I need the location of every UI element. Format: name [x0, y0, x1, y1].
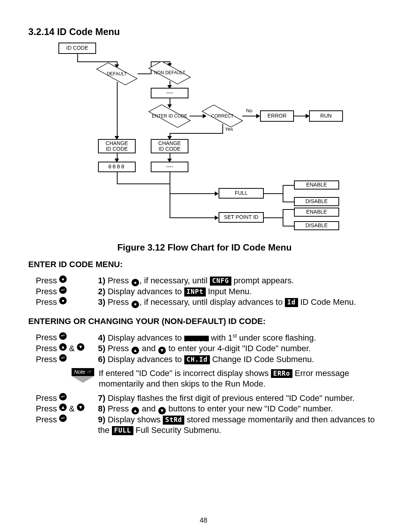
enter-icon: ↵ [59, 354, 67, 362]
step-2: Press ↵ 2) Display advances to INPt Inpu… [36, 286, 381, 297]
step-number: 8) [98, 404, 106, 413]
press-label: Press [36, 332, 57, 343]
enter-icon: ↵ [59, 286, 67, 294]
step-number: 7) [98, 393, 106, 403]
step-3: Press ● 3) Press ●, if necessary, until … [36, 297, 381, 308]
step-number: 5) [98, 344, 106, 353]
press-label: Press [36, 275, 57, 286]
down-icon: ▼ [77, 343, 84, 351]
node-run: RUN [309, 110, 343, 122]
chip-cnfg: CNFG [210, 277, 231, 286]
enter-icon: ↵ [59, 393, 67, 401]
step-4: Press ↵ 4) Display advances to ____ with… [36, 332, 381, 343]
down-icon: ▼ [158, 407, 166, 414]
press-label: Press [36, 286, 57, 297]
down-icon: ▼ [77, 404, 84, 411]
chip-inpt: INPt [184, 287, 206, 297]
step-9: Press ↵ 9) Display shows StRd stored mes… [36, 414, 381, 436]
node-correct: CORRECT [202, 107, 243, 125]
step-6: Press ↵ 6) Display advances to CH.Id Cha… [36, 354, 381, 365]
node-change2: CHANGE ID CODE [151, 139, 188, 153]
figure-caption: Figure 3.12 Flow Chart for ID Code Menu [28, 242, 381, 253]
step-number: 1) [98, 276, 106, 285]
chip-strd: StRd [163, 416, 184, 425]
note-block: Note ☞ If entered "ID Code" is incorrect… [36, 368, 381, 389]
flowchart: ID CODE DEFAULT NON DEFAULT ---- ENTER I… [43, 43, 364, 238]
node-full-disable: DISABLE [294, 197, 339, 206]
node-full: FULL [219, 188, 264, 199]
section-heading: 3.2.14 ID Code Menu [28, 26, 381, 37]
step-5: Press ▲ & ▼ 5) Press ▲ and ▼ to enter yo… [36, 343, 381, 354]
enter-icon: ↵ [59, 332, 67, 340]
edge-label-no: No [246, 108, 252, 113]
press-label: Press [36, 354, 57, 365]
section-number: 3.2.14 [28, 26, 55, 37]
press-label: Press [36, 297, 57, 307]
node-sp-disable: DISABLE [294, 221, 339, 230]
instruction-block-1: Press ● 1) Press ●, if necessary, until … [36, 275, 381, 308]
menu-icon: ● [132, 301, 139, 308]
node-dashes1: ---- [151, 88, 188, 98]
node-zeros: 0000 [98, 162, 136, 172]
node-sp-enable: ENABLE [294, 208, 339, 217]
menu-icon: ● [59, 297, 67, 304]
step-number: 4) [98, 333, 106, 342]
chip-full: FULL [112, 426, 133, 435]
press-label: Press [36, 414, 57, 425]
chip-chid: CH.Id [184, 355, 210, 364]
step-number: 6) [98, 355, 106, 364]
note-icon: Note ☞ [72, 368, 94, 383]
step-8: Press ▲ & ▼ 8) Press ▲ and ▼ buttons to … [36, 404, 381, 414]
subheading-enter-menu: ENTER ID CODE MENU: [28, 260, 381, 269]
node-idcode: ID CODE [58, 43, 96, 54]
up-icon: ▲ [132, 407, 139, 414]
up-icon: ▲ [59, 343, 67, 351]
node-enteridcode: ENTER ID CODE [149, 107, 190, 125]
node-full-enable: ENABLE [294, 180, 339, 190]
instruction-block-2: Press ↵ 4) Display advances to ____ with… [36, 332, 381, 436]
node-change1: CHANGE ID CODE [98, 139, 136, 153]
press-label: Press [36, 393, 57, 404]
menu-icon: ● [132, 279, 139, 286]
node-nondefault: NON DEFAULT [149, 63, 190, 82]
node-setpointid: SET POINT ID [219, 212, 264, 223]
press-label: Press [36, 343, 57, 354]
step-number: 2) [98, 287, 106, 296]
step-number: 9) [98, 415, 106, 424]
section-title-text: ID Code Menu [57, 26, 120, 37]
chip-id: Id [285, 298, 298, 307]
page-number: 48 [0, 517, 407, 524]
down-icon: ▼ [158, 347, 166, 354]
document-page: 3.2.14 ID Code Menu ID CODE DEFAULT NON … [0, 0, 407, 532]
chip-dashes: ____ [184, 336, 209, 341]
node-default: DEFAULT [96, 65, 138, 83]
press-label: Press [36, 404, 57, 414]
subheading-change-code: ENTERING OR CHANGING YOUR (NON-DEFAULT) … [28, 316, 381, 326]
step-1: Press ● 1) Press ●, if necessary, until … [36, 275, 381, 286]
edge-label-yes: Yes [225, 126, 233, 132]
up-icon: ▲ [132, 347, 139, 354]
step-7: Press ↵ 7) Display flashes the first dig… [36, 393, 381, 404]
node-dashes2: ---- [151, 162, 188, 172]
node-error: ERROR [260, 110, 294, 122]
chip-erro: ERRo [271, 369, 292, 378]
step-number: 3) [98, 297, 106, 307]
menu-icon: ● [59, 275, 67, 283]
up-icon: ▲ [59, 404, 67, 411]
enter-icon: ↵ [59, 414, 67, 422]
